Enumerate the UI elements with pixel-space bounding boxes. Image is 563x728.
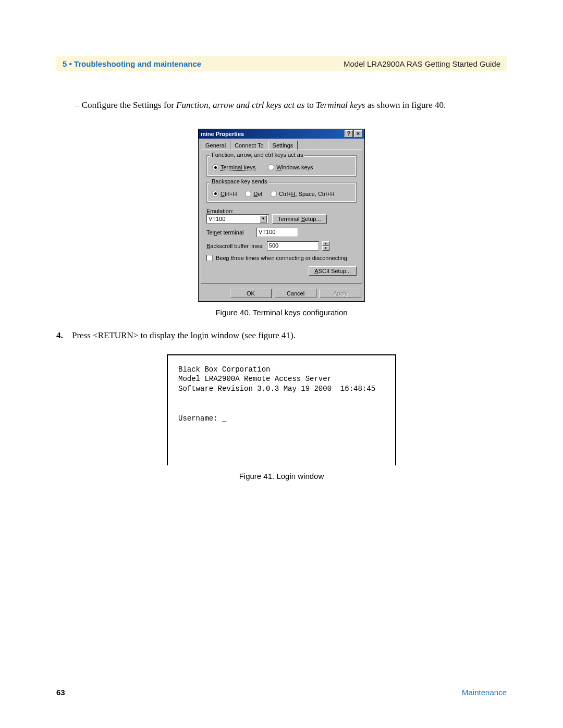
radio-windows-keys[interactable]: Windows keys — [268, 164, 313, 170]
properties-dialog: mine Properties ? × General Connect To S… — [198, 129, 365, 302]
telnet-field[interactable]: VT100 — [256, 228, 298, 237]
login-window-figure: Black Box Corporation Model LRA2900A Rem… — [167, 354, 396, 465]
intro-italic2: Terminal keys — [316, 100, 365, 110]
backscroll-field[interactable]: 500 — [267, 241, 319, 251]
radio-dot-icon — [212, 191, 218, 197]
guide-title: Model LRA2900A RAS Getting Started Guide — [344, 59, 500, 68]
close-icon[interactable]: × — [354, 130, 362, 138]
radio-del[interactable]: Del — [245, 191, 262, 197]
help-icon[interactable]: ? — [345, 130, 353, 138]
radio-terminal-keys[interactable]: Terminal keys — [212, 164, 255, 171]
radio-ctrlh-space[interactable]: Ctrl+H, Space, Ctrl+H — [271, 191, 334, 197]
group1-legend: Function, arrow, and ctrl keys act as — [210, 152, 304, 158]
figure-40-caption: Figure 40. Terminal keys configuration — [56, 308, 507, 317]
tab-general[interactable]: General — [201, 141, 230, 150]
tab-panel: Function, arrow, and ctrl keys act as Te… — [201, 150, 362, 283]
radio-dot-icon — [212, 164, 218, 170]
figure-41-caption: Figure 41. Login window — [56, 472, 507, 480]
intro-italic1: Function, arrow and ctrl keys act as — [176, 100, 304, 110]
term-prompt: Username: _ — [178, 414, 226, 423]
emulation-value: VT100 — [209, 216, 225, 222]
section-link[interactable]: Maintenance — [462, 688, 507, 697]
apply-button: Apply — [320, 289, 361, 298]
step-number: 4. — [56, 330, 72, 341]
emulation-combo[interactable]: VT100 ▼ — [206, 214, 269, 224]
radio-ctrlh[interactable]: Ctrl+H — [212, 191, 237, 197]
chapter-title: 5 • Troubleshooting and maintenance — [63, 59, 201, 68]
ok-button[interactable]: OK — [230, 289, 272, 298]
page-number: 63 — [56, 688, 65, 697]
cancel-button[interactable]: Cancel — [275, 289, 316, 298]
radio-dot-icon — [245, 191, 251, 197]
page-footer: 63 Maintenance — [56, 688, 507, 697]
terminal-setup-button[interactable]: Terminal Setup... — [272, 214, 327, 224]
intro-suffix: as shown in figure 40. — [365, 100, 446, 110]
dialog-title: mine Properties — [201, 131, 244, 137]
group-backspace: Backspace key sends Ctrl+H Del Ctrl+H, S… — [206, 182, 357, 203]
group-function-keys: Function, arrow, and ctrl keys act as Te… — [206, 155, 357, 177]
intro-text: – Configure the Settings for Function, a… — [75, 98, 507, 112]
checkbox-icon[interactable] — [206, 255, 213, 261]
tab-settings[interactable]: Settings — [268, 141, 298, 150]
group2-legend: Backspace key sends — [210, 178, 268, 184]
emulation-label: Emulation: — [206, 208, 357, 214]
term-line1: Black Box Corporation — [178, 365, 270, 374]
backscroll-label: Backscroll buffer lines: — [206, 243, 264, 249]
spinner[interactable]: ▴ ▾ — [322, 241, 329, 251]
beep-checkbox-row[interactable]: Beep three times when connecting or disc… — [206, 255, 357, 261]
telnet-label: Telnet terminal — [206, 229, 253, 236]
ascii-setup-button[interactable]: ASCII Setup... — [309, 266, 357, 276]
chevron-down-icon[interactable]: ▼ — [260, 215, 267, 223]
intro-prefix: – Configure the Settings for — [75, 100, 176, 110]
step-4: 4. Press <RETURN> to display the login w… — [56, 330, 507, 341]
term-line3: Software Revision 3.0.3 May 19 2000 16:4… — [178, 385, 375, 393]
titlebar[interactable]: mine Properties ? × — [199, 129, 364, 139]
spin-down-icon[interactable]: ▾ — [322, 246, 329, 251]
page-header: 5 • Troubleshooting and maintenance Mode… — [56, 56, 507, 71]
spin-up-icon[interactable]: ▴ — [322, 241, 329, 246]
step-text: Press <RETURN> to display the login wind… — [72, 330, 296, 341]
intro-mid: to — [304, 100, 316, 110]
tab-connect-to[interactable]: Connect To — [230, 141, 268, 150]
tab-strip: General Connect To Settings — [199, 139, 364, 150]
radio-dot-icon — [268, 164, 274, 170]
dialog-footer: OK Cancel Apply — [199, 286, 364, 301]
term-line2: Model LRA2900A Remote Access Server — [178, 375, 332, 383]
radio-dot-icon — [271, 191, 277, 197]
